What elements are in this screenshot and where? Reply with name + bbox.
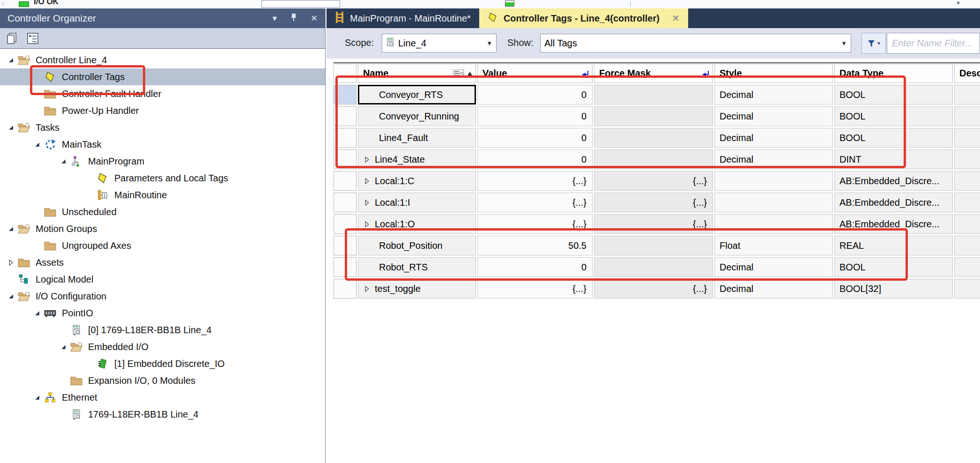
tag-description-cell[interactable] <box>954 279 980 299</box>
tree-item-controller-tags[interactable]: Controller Tags <box>0 68 325 85</box>
row-selector-cell[interactable] <box>334 106 356 126</box>
tab-controller-tags[interactable]: Controller Tags - Line_4(controller) ✕ <box>479 8 688 28</box>
tree-item-maintask[interactable]: MainTask <box>0 136 325 153</box>
tag-force-mask-cell[interactable] <box>594 85 713 105</box>
tag-force-mask-cell[interactable] <box>594 106 713 126</box>
tree-item-i-o-configuration[interactable]: I/O Configuration <box>0 288 325 305</box>
tree-item-mainroutine[interactable]: 1MainRoutine <box>0 187 325 203</box>
tag-value-cell[interactable]: 0 <box>477 106 593 126</box>
close-icon[interactable]: ✕ <box>311 13 318 23</box>
tag-force-mask-cell[interactable] <box>594 128 713 148</box>
tab-mainprogram-mainroutine[interactable]: MainProgram - MainRoutine* <box>327 8 479 28</box>
name-edit-icon[interactable] <box>453 69 464 78</box>
tag-data-type-cell[interactable]: AB:Embedded_Discre... <box>834 193 953 212</box>
row-selector-cell[interactable] <box>334 214 356 234</box>
tag-data-type-cell[interactable]: BOOL <box>834 106 953 126</box>
tag-style-cell[interactable]: Decimal <box>714 149 833 169</box>
tag-value-cell[interactable]: 0 <box>477 128 593 148</box>
row-selector-cell[interactable] <box>334 149 356 169</box>
row-selector-cell[interactable] <box>334 236 356 255</box>
tag-name-cell[interactable]: test_toggle <box>358 279 476 299</box>
tag-style-cell[interactable] <box>714 171 833 191</box>
tag-data-type-cell[interactable]: AB:Embedded_Discre... <box>834 214 953 234</box>
expand-arrow-icon[interactable] <box>364 219 370 230</box>
tag-data-type-cell[interactable]: AB:Embedded_Discre... <box>834 171 953 191</box>
tag-name-cell[interactable]: Line4_State <box>358 149 476 169</box>
tree-item-motion-groups[interactable]: Motion Groups <box>0 220 325 237</box>
twisty-expanded-icon[interactable] <box>58 158 68 164</box>
tag-name-cell[interactable]: Local:1:C <box>358 171 476 191</box>
tree-item-pointio[interactable]: PointIO <box>0 305 325 321</box>
tag-force-mask-cell[interactable]: {...} <box>594 214 713 234</box>
tree-item-parameters-and-local-tags[interactable]: Parameters and Local Tags <box>0 170 325 187</box>
expand-arrow-icon[interactable] <box>364 176 370 187</box>
tag-description-cell[interactable] <box>954 128 980 148</box>
tag-description-cell[interactable] <box>954 85 980 105</box>
tree-item-expansion-i-o-0-modules[interactable]: Expansion I/O, 0 Modules <box>0 372 325 389</box>
tag-name-cell[interactable]: Conveyor_RTS <box>358 85 476 105</box>
tag-name-cell[interactable]: Conveyor_Running <box>358 106 476 126</box>
tag-force-mask-cell[interactable] <box>594 149 713 169</box>
tag-data-type-cell[interactable]: REAL <box>834 236 953 255</box>
panel-menu-chevron-icon[interactable]: ▾ <box>273 13 277 23</box>
tag-name-cell[interactable]: Line4_Fault <box>358 128 476 148</box>
expand-arrow-icon[interactable] <box>364 154 370 165</box>
tree-item-power-up-handler[interactable]: Power-Up Handler <box>0 102 325 119</box>
twisty-collapsed-icon[interactable] <box>6 260 16 266</box>
tag-name-cell[interactable]: Local:1:I <box>358 193 476 212</box>
column-header-force-mask[interactable]: Force Mask <box>594 64 713 83</box>
row-selector-cell[interactable] <box>334 279 356 299</box>
tag-value-cell[interactable]: 0 <box>477 85 593 105</box>
row-selector-cell[interactable] <box>334 128 356 148</box>
tag-value-cell[interactable]: {...} <box>477 193 593 212</box>
tag-data-type-cell[interactable]: BOOL[32] <box>834 279 953 299</box>
expand-arrow-icon[interactable] <box>364 284 370 294</box>
toolbar-combobox[interactable] <box>261 0 340 7</box>
twisty-expanded-icon[interactable] <box>6 226 16 232</box>
tag-force-mask-cell[interactable]: {...} <box>594 193 713 212</box>
toolbar-overflow-chevron-icon[interactable]: ▾ <box>957 0 960 7</box>
tree-item-controller-fault-handler[interactable]: Controller Fault Handler <box>0 85 325 102</box>
tag-value-cell[interactable]: 50.5 <box>477 236 593 255</box>
twisty-expanded-icon[interactable] <box>32 310 42 316</box>
tag-value-cell[interactable]: {...} <box>477 214 593 234</box>
tag-description-cell[interactable] <box>954 149 980 169</box>
tag-style-cell[interactable] <box>714 214 833 234</box>
expand-arrow-icon[interactable] <box>364 197 370 208</box>
tag-force-mask-cell[interactable] <box>594 257 713 277</box>
tree-item-unscheduled[interactable]: Unscheduled <box>0 203 325 220</box>
details-view-icon[interactable] <box>24 30 41 47</box>
show-dropdown[interactable]: All Tags ▼ <box>540 34 851 52</box>
twisty-expanded-icon[interactable] <box>6 293 16 299</box>
tag-value-cell[interactable]: {...} <box>477 279 593 299</box>
tag-value-cell[interactable]: 0 <box>477 257 593 277</box>
tag-style-cell[interactable]: Decimal <box>714 106 833 126</box>
pin-icon[interactable] <box>290 13 297 24</box>
tag-force-mask-cell[interactable]: {...} <box>594 279 713 299</box>
tag-style-cell[interactable]: Float <box>714 236 833 255</box>
tag-value-cell[interactable]: {...} <box>477 171 593 191</box>
twisty-expanded-icon[interactable] <box>6 57 16 63</box>
tree-item-mainprogram[interactable]: MainProgram <box>0 153 325 170</box>
tag-data-type-cell[interactable]: DINT <box>834 149 953 169</box>
row-selector-cell[interactable] <box>334 171 356 191</box>
tag-description-cell[interactable] <box>954 106 980 126</box>
row-selector-cell[interactable] <box>334 193 356 212</box>
tag-force-mask-cell[interactable]: {...} <box>594 171 713 191</box>
tag-description-cell[interactable] <box>954 257 980 277</box>
tag-force-mask-cell[interactable] <box>594 236 713 255</box>
tag-style-cell[interactable] <box>714 193 833 212</box>
tag-style-cell[interactable]: Decimal <box>714 257 833 277</box>
tag-name-cell[interactable]: Local:1:O <box>358 214 476 234</box>
pin-left-icon[interactable] <box>581 69 589 78</box>
scope-dropdown[interactable]: Line_4 ▼ <box>382 34 497 52</box>
tag-data-type-cell[interactable]: BOOL <box>834 128 953 148</box>
grid-corner-cell[interactable] <box>334 64 356 83</box>
filter-funnel-button[interactable]: ▾ <box>861 33 886 54</box>
tree-item-tasks[interactable]: Tasks <box>0 119 325 136</box>
twisty-expanded-icon[interactable] <box>32 395 42 401</box>
tree-item-1-embedded-discrete-io[interactable]: [1] Embedded Discrete_IO <box>0 355 325 372</box>
tree-item-ungrouped-axes[interactable]: Ungrouped Axes <box>0 237 325 254</box>
tag-description-cell[interactable] <box>954 193 980 212</box>
close-tab-icon[interactable]: ✕ <box>672 13 680 24</box>
